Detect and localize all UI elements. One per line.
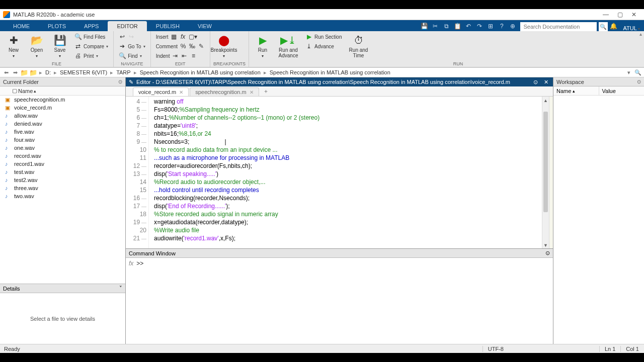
file-item[interactable]: ♪record1.wav bbox=[0, 160, 125, 168]
file-item[interactable]: ♪allow.wav bbox=[0, 112, 125, 120]
crumb-3[interactable]: Speech Recognition in MATLAB using corre… bbox=[269, 69, 391, 75]
help-icon[interactable]: ? bbox=[496, 21, 507, 31]
file-item[interactable]: ▣voice_record.m bbox=[0, 104, 125, 112]
new-button[interactable]: ✚New▾ bbox=[3, 32, 24, 60]
breakpoints-button[interactable]: ⬤Breakpoints▾ bbox=[213, 32, 234, 60]
editor-titlebar: ✎ Editor - D:\SEMESTER 6(VIT)\TARP\Speec… bbox=[126, 77, 553, 86]
group-file: ✚New▾ 📂Open▾ 💾Save▾ 🔍Find Files ⇄Compare… bbox=[0, 31, 114, 67]
compare-button[interactable]: ⇄Compare bbox=[72, 42, 110, 51]
file-item[interactable]: ♪test2.wav bbox=[0, 176, 125, 184]
cut-icon[interactable]: ✂ bbox=[430, 21, 441, 31]
file-item[interactable]: ♪record.wav bbox=[0, 152, 125, 160]
fx-icon: fx bbox=[129, 260, 133, 342]
scroll-down-icon[interactable]: ▼ bbox=[542, 241, 549, 248]
file-item[interactable]: ♪one.wav bbox=[0, 144, 125, 152]
run-advance-button[interactable]: ▶⤓Run and Advance bbox=[275, 32, 301, 60]
status-bar: Ready UTF-8 Ln 1 Col 1 bbox=[0, 344, 644, 353]
file-list: ▣speechrecognition.m▣voice_record.m♪allo… bbox=[0, 96, 125, 284]
command-input-area[interactable]: fx >> bbox=[126, 258, 553, 344]
cmd-menu-icon[interactable]: ⊙ bbox=[545, 250, 550, 256]
file-item[interactable]: ▣speechrecognition.m bbox=[0, 96, 125, 104]
file-item[interactable]: ♪five.wav bbox=[0, 128, 125, 136]
current-folder-header[interactable]: ▢Name▴ bbox=[0, 86, 125, 96]
save-button[interactable]: 💾Save▾ bbox=[49, 32, 70, 60]
tab-view[interactable]: VIEW bbox=[189, 21, 221, 31]
file-item[interactable]: ♪four.wav bbox=[0, 136, 125, 144]
copy-icon[interactable]: ⧉ bbox=[441, 21, 452, 31]
close-icon[interactable]: ✕ bbox=[179, 89, 183, 95]
print-button[interactable]: 🖨Print bbox=[72, 51, 110, 60]
addons-icon[interactable]: ⊕ bbox=[507, 21, 518, 31]
code-editor[interactable]: 456789101112131415161718192021 warning o… bbox=[126, 97, 553, 248]
crumb-1[interactable]: TARP bbox=[115, 69, 132, 75]
wav-file-icon: ♪ bbox=[5, 185, 11, 191]
editor-tab-add[interactable]: ＋ bbox=[260, 86, 272, 96]
editor-restore-icon[interactable]: ⊙ bbox=[532, 79, 539, 85]
run-time-button[interactable]: ⏱Run and Time bbox=[346, 32, 371, 60]
find-button[interactable]: 🔍Find bbox=[117, 51, 147, 60]
paste-icon[interactable]: 📋 bbox=[452, 21, 463, 31]
close-icon[interactable]: ✕ bbox=[250, 89, 254, 95]
tab-editor[interactable]: EDITOR bbox=[108, 21, 146, 31]
titlebar: MATLAB R2020b - academic use — ▢ ✕ bbox=[0, 9, 644, 20]
addr-folder-icon[interactable]: 📁 bbox=[29, 69, 37, 76]
code-overview-bar bbox=[549, 97, 553, 248]
tab-publish[interactable]: PUBLISH bbox=[147, 21, 189, 31]
details-collapse-icon[interactable]: ˅ bbox=[119, 285, 122, 292]
file-item[interactable]: ♪denied.wav bbox=[0, 120, 125, 128]
user-menu[interactable]: ATUL bbox=[619, 25, 644, 31]
addr-back[interactable]: ⬅ bbox=[2, 69, 10, 76]
editor-scrollbar[interactable]: ▲ ▼ bbox=[542, 97, 549, 248]
goto-button[interactable]: ➔Go To bbox=[117, 42, 147, 51]
addr-fwd[interactable]: ➡ bbox=[11, 69, 19, 76]
insert-button[interactable]: Insert ▦ fx ▢▾ bbox=[154, 32, 207, 41]
file-item[interactable]: ♪two.wav bbox=[0, 192, 125, 200]
bell-icon[interactable]: 🔔 bbox=[608, 21, 619, 31]
crumb-2[interactable]: Speech Recognition in MATLAB using corre… bbox=[139, 69, 262, 75]
addr-up-icon[interactable]: 📁 bbox=[20, 69, 28, 76]
crumb-0[interactable]: SEMESTER 6(VIT) bbox=[59, 69, 108, 75]
run-section-button[interactable]: ▶Run Section bbox=[303, 32, 344, 41]
windows-icon[interactable]: ⊞ bbox=[485, 21, 496, 31]
open-button[interactable]: 📂Open▾ bbox=[26, 32, 47, 60]
scroll-up-icon[interactable]: ▲ bbox=[542, 97, 549, 104]
editor-tab-0[interactable]: voice_record.m✕ bbox=[133, 87, 189, 96]
file-item[interactable]: ♪three.wav bbox=[0, 184, 125, 192]
nav-back-fwd[interactable]: ↩↪ bbox=[117, 32, 147, 41]
undo-icon[interactable]: ↶ bbox=[463, 21, 474, 31]
search-button[interactable]: 🔍 bbox=[599, 22, 608, 31]
search-input[interactable] bbox=[520, 22, 597, 31]
addr-dropdown[interactable]: ▾ bbox=[625, 69, 633, 76]
workspace-menu-icon[interactable]: ⊙ bbox=[637, 79, 641, 84]
editor-tab-1[interactable]: speechrecognition.m✕ bbox=[190, 87, 259, 96]
advance-button[interactable]: ⤓Advance bbox=[303, 42, 344, 51]
current-folder-panel: Current Folder ⊙ ▢Name▴ ▣speechrecogniti… bbox=[0, 77, 126, 344]
crumb-drive[interactable]: D: bbox=[44, 69, 52, 75]
tab-plots[interactable]: PLOTS bbox=[39, 21, 75, 31]
workspace-col-name: Name▴ bbox=[553, 86, 599, 95]
workspace-header[interactable]: Name▴ Value bbox=[553, 86, 644, 96]
save-icon[interactable]: 💾 bbox=[419, 21, 430, 31]
workspace-col-value: Value bbox=[599, 86, 645, 95]
redo-icon[interactable]: ↷ bbox=[474, 21, 485, 31]
editor-panel: ✎ Editor - D:\SEMESTER 6(VIT)\TARP\Speec… bbox=[126, 77, 553, 344]
workspace-panel: Workspace ⊙ Name▴ Value bbox=[553, 77, 644, 344]
wav-file-icon: ♪ bbox=[5, 145, 11, 151]
run-button[interactable]: ▶Run▾ bbox=[252, 32, 273, 60]
panel-menu-icon[interactable]: ⊙ bbox=[118, 79, 122, 84]
tab-home[interactable]: HOME bbox=[4, 21, 39, 31]
wav-file-icon: ♪ bbox=[5, 169, 11, 175]
scroll-thumb[interactable] bbox=[543, 112, 548, 212]
main-tabs: HOME PLOTS APPS EDITOR PUBLISH VIEW 💾 ✂ … bbox=[0, 20, 644, 31]
editor-close-icon[interactable]: ✕ bbox=[542, 79, 550, 85]
collapse-ribbon-button[interactable]: ▴ bbox=[637, 31, 644, 67]
minimize-button[interactable]: — bbox=[599, 10, 613, 19]
file-item[interactable]: ♪test.wav bbox=[0, 168, 125, 176]
close-button[interactable]: ✕ bbox=[627, 10, 641, 19]
indent-button[interactable]: Indent ⇥ ⇤ ≡ bbox=[154, 51, 207, 60]
find-files-button[interactable]: 🔍Find Files bbox=[72, 32, 110, 41]
comment-button[interactable]: Comment % ‰ ✎ bbox=[154, 42, 207, 51]
maximize-button[interactable]: ▢ bbox=[613, 10, 627, 19]
addr-search-icon[interactable]: 🔍 bbox=[634, 69, 642, 76]
tab-apps[interactable]: APPS bbox=[75, 21, 108, 31]
